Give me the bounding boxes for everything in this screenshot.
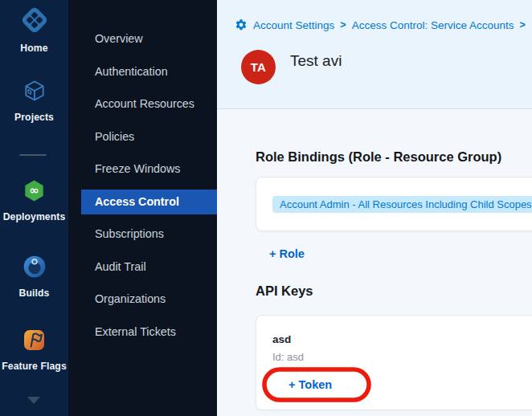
nav-deployments-label: Deployments: [3, 212, 66, 222]
main-content: Account Settings > Access Control: Servi…: [217, 0, 532, 416]
role-binding-chip[interactable]: Account Admin - All Resources Including …: [272, 196, 532, 213]
api-key-id: Id: asd: [272, 351, 304, 363]
role-bindings-heading: Role Bindings (Role - Resource Group): [256, 149, 501, 165]
builds-icon: [22, 254, 47, 283]
nav-feature-flags-label: Feature Flags: [2, 361, 67, 372]
settings-nav-item-audit-trail[interactable]: Audit Trail: [81, 255, 217, 279]
role-bindings-card: Account Admin - All Resources Including …: [256, 177, 532, 231]
breadcrumb-separator: >: [340, 19, 346, 31]
settings-nav-item-account-resources[interactable]: Account Resources: [81, 92, 217, 116]
api-keys-heading: API Keys: [256, 283, 313, 299]
harness-logo-icon: [20, 6, 49, 38]
breadcrumb: Account Settings > Access Control: Servi…: [235, 18, 526, 31]
feature-flag-icon: [22, 328, 47, 356]
cube-icon: [22, 78, 47, 107]
page-title: Test avi: [290, 52, 342, 70]
role-chip-row: Account Admin - All Resources Including …: [272, 196, 532, 213]
nav-deployments[interactable]: ∞ Deployments: [0, 178, 68, 222]
api-key-name: asd: [272, 333, 291, 345]
svg-text:∞: ∞: [29, 183, 39, 197]
settings-sidebar: Overview Authentication Account Resource…: [68, 0, 217, 416]
settings-nav-item-authentication[interactable]: Authentication: [81, 59, 217, 84]
nav-projects[interactable]: Projects: [0, 78, 68, 123]
avatar: TA: [241, 50, 276, 84]
gear-icon: [235, 18, 248, 31]
page-header: Account Settings > Access Control: Servi…: [217, 0, 532, 109]
settings-nav-item-access-control[interactable]: Access Control: [81, 190, 217, 214]
service-account-identity: TA Test avi: [241, 50, 342, 84]
sidebar-divider: [19, 154, 47, 156]
nav-builds-label: Builds: [19, 288, 50, 299]
primary-sidebar: Home Projects ∞ Deployments: [0, 0, 68, 416]
add-role-button[interactable]: + Role: [269, 247, 305, 260]
breadcrumb-service-accounts[interactable]: Access Control: Service Accounts: [352, 19, 514, 31]
nav-projects-label: Projects: [14, 112, 54, 123]
nav-home[interactable]: Home: [0, 6, 68, 54]
chevron-down-icon[interactable]: [27, 397, 40, 404]
breadcrumb-account-settings[interactable]: Account Settings: [253, 19, 334, 31]
nav-feature-flags[interactable]: Feature Flags: [0, 328, 68, 372]
breadcrumb-separator: >: [519, 19, 525, 31]
settings-nav-item-overview[interactable]: Overview: [81, 27, 217, 51]
deployments-hexagon-icon: ∞: [22, 178, 47, 206]
settings-nav-item-subscriptions[interactable]: Subscriptions: [81, 222, 217, 247]
settings-nav-item-external-tickets[interactable]: External Tickets: [81, 320, 217, 345]
settings-nav-item-freeze-windows[interactable]: Freeze Windows: [81, 157, 217, 181]
nav-home-label: Home: [20, 43, 47, 54]
app-window: Home Projects ∞ Deployments: [0, 0, 532, 416]
add-token-button[interactable]: + Token: [289, 378, 332, 391]
api-key-card: asd Id: asd + Token: [256, 315, 532, 410]
settings-nav-item-organizations[interactable]: Organizations: [81, 287, 217, 312]
nav-builds[interactable]: Builds: [0, 254, 68, 299]
settings-nav-item-policies[interactable]: Policies: [81, 124, 217, 149]
